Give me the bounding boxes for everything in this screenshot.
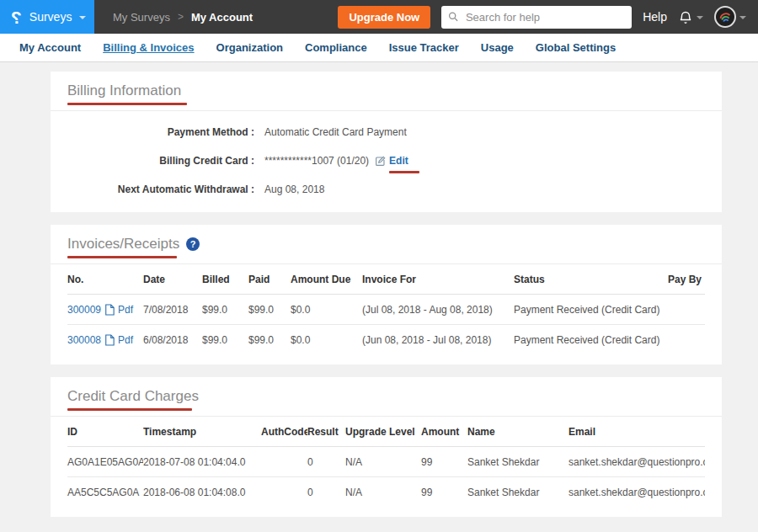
invoice-number-link[interactable]: 300008 [67,334,101,346]
page-content: Billing Information Payment Method : Aut… [0,62,758,517]
billing-credit-card-label: Billing Credit Card : [51,155,254,167]
product-menu-label: Surveys [29,10,72,24]
card-number-masked: ************1007 (01/20) [264,155,369,167]
next-withdrawal-row: Next Automatic Withdrawal : Aug 08, 2018 [51,175,722,204]
charge-row: AA5C5C5AG0A 2018-06-08 01:04:08.0 0 N/A … [67,477,705,508]
invoice-pay-by [665,295,705,325]
pdf-file-icon [104,304,115,316]
charge-result: 0 [307,477,345,508]
billing-information-header: Billing Information [51,72,722,111]
charge-name: Sanket Shekdar [467,447,568,477]
edit-pencil-icon [375,156,386,167]
invoice-date: 7/08/2018 [143,295,202,325]
invoices-receipts-panel: Invoices/Receipts ? No. Date Billed Paid… [51,225,722,364]
invoice-status: Payment Received (Credit Card) [514,325,665,355]
charge-name: Sanket Shekdar [467,477,568,508]
charge-row: AG0A1E05AG0A 2018-07-08 01:04:04.0 0 N/A… [67,447,705,477]
credit-card-charges-panel: Credit Card Charges ID Timestamp AuthCod… [51,377,722,517]
col-timestamp: Timestamp [143,417,261,447]
billing-information-body: Payment Method : Automatic Credit Card P… [51,111,722,212]
billing-credit-card-value: ************1007 (01/20) Edit [264,155,408,167]
red-annotation-underline [67,256,177,258]
help-search [441,6,632,29]
charge-authcode [261,477,307,508]
charge-id: AA5C5C5AG0A [67,477,143,508]
charge-upgrade-level: N/A [345,477,421,508]
payment-method-row: Payment Method : Automatic Credit Card P… [51,118,722,146]
charge-timestamp: 2018-06-08 01:04:08.0 [143,477,261,508]
pdf-file-icon [104,334,115,346]
tab-issue-tracker[interactable]: Issue Tracker [378,34,470,61]
invoice-row: 300008 Pdf 6/08/2018 $99.0 $99.0 $0.0 (J… [67,325,705,355]
search-icon [448,11,459,23]
billing-information-panel: Billing Information Payment Method : Aut… [51,72,722,212]
invoice-date: 6/08/2018 [143,325,202,355]
tab-billing-invoices[interactable]: Billing & Invoices [92,34,205,61]
topbar-actions: Upgrade Now Help [338,6,758,29]
credit-card-charges-title: Credit Card Charges [67,388,705,405]
charge-email: sanket.shekdar@questionpro.com [568,447,705,477]
chevron-down-icon [739,16,746,19]
next-withdrawal-label: Next Automatic Withdrawal : [51,184,254,195]
upgrade-now-button[interactable]: Upgrade Now [338,6,430,29]
account-nav: My Account Billing & Invoices Organizati… [0,34,758,62]
col-result: Result [307,417,345,447]
col-amount-due: Amount Due [291,264,362,295]
invoice-pdf-link[interactable]: Pdf [118,304,133,316]
tab-usage[interactable]: Usage [470,34,525,61]
account-menu[interactable] [714,6,746,28]
chevron-down-icon [697,16,703,19]
tab-my-account[interactable]: My Account [8,34,92,61]
questionpro-logo-icon: ? [11,8,22,26]
invoices-receipts-title: Invoices/Receipts [67,236,179,253]
col-paid: Paid [248,264,291,295]
invoice-amount-due: $0.0 [291,325,362,355]
invoice-amount-due: $0.0 [291,295,362,325]
notifications-button[interactable] [678,9,703,25]
edit-card-action: Edit [375,155,408,167]
col-no: No. [67,264,143,295]
invoice-for: (Jul 08, 2018 - Aug 08, 2018) [362,295,514,325]
payment-method-value: Automatic Credit Card Payment [264,126,407,138]
charge-amount: 99 [421,447,467,477]
col-date: Date [143,264,202,295]
col-amount: Amount [421,417,467,447]
invoice-status: Payment Received (Credit Card) [514,295,665,325]
tab-compliance[interactable]: Compliance [294,34,378,61]
top-bar: ? Surveys My Surveys > My Account Upgrad… [0,0,758,34]
breadcrumb-parent[interactable]: My Surveys [113,11,170,24]
chevron-down-icon [79,16,86,19]
red-annotation-underline [67,408,192,411]
col-email: Email [568,417,705,447]
col-authcode: AuthCode [261,417,307,447]
invoice-paid: $99.0 [248,295,291,325]
charge-result: 0 [307,447,345,477]
col-billed: Billed [202,264,248,295]
invoice-billed: $99.0 [202,295,248,325]
charge-upgrade-level: N/A [345,447,421,477]
breadcrumb-current: My Account [191,11,253,24]
edit-card-link[interactable]: Edit [389,155,408,167]
help-icon[interactable]: ? [186,237,200,251]
help-link[interactable]: Help [643,10,667,24]
red-annotation-underline [67,103,187,105]
bell-icon [678,9,693,25]
col-upgrade-level: Upgrade Level [345,417,421,447]
invoice-pdf-link[interactable]: Pdf [118,334,133,346]
charge-id: AG0A1E05AG0A [67,447,143,477]
charge-email: sanket.shekdar@questionpro.com [568,477,705,508]
charge-amount: 99 [421,477,467,508]
billing-information-title: Billing Information [67,82,705,99]
invoice-number-link[interactable]: 300009 [67,304,101,316]
invoice-paid: $99.0 [248,325,291,355]
tab-organization[interactable]: Organization [206,34,294,61]
col-status: Status [514,264,665,295]
breadcrumb-separator-icon: > [178,11,184,23]
charges-header-row: ID Timestamp AuthCode Result Upgrade Lev… [67,417,705,447]
tab-global-settings[interactable]: Global Settings [525,34,627,61]
invoice-pay-by [665,325,705,355]
avatar [714,6,736,28]
invoices-receipts-header: Invoices/Receipts ? [51,225,722,264]
search-input[interactable] [464,10,625,24]
product-menu[interactable]: ? Surveys [0,0,94,34]
